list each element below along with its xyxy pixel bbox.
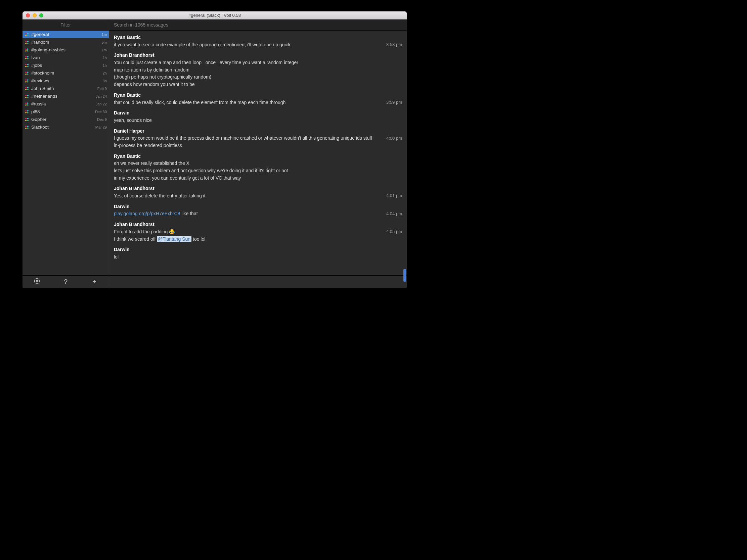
slack-icon [25,109,29,114]
search-input[interactable]: Search in 1065 messages [109,20,407,30]
message-author: Ryan Bastic [114,34,402,41]
slack-icon [25,117,29,122]
svg-point-0 [36,280,38,282]
toolbar: Filter Search in 1065 messages [23,20,407,31]
filter-input[interactable]: Filter [23,20,109,30]
gear-icon [34,278,40,284]
channel-row[interactable]: #golang-newbies1m [23,46,109,54]
slack-icon [25,63,29,68]
message-group: Daniel Harper4:00 pmI guess my concern w… [114,128,402,150]
channel-name: #general [31,32,102,37]
message-group: Johan BrandhorstYou could just create a … [114,52,402,88]
message-timestamp: 4:05 pm [386,228,402,235]
message-text: I think we scared off [114,236,157,242]
message-group: Johan Brandhorst4:05 pmForgot to add the… [114,221,402,243]
message-line: let's just solve this problem and not qu… [114,167,402,175]
message-author: Darwin [114,246,402,254]
message-list[interactable]: Ryan Bastic3:58 pmif you want to see a c… [109,31,407,275]
channel-time: Mar 29 [95,125,107,129]
channel-name: #jobs [31,63,103,68]
channel-time: 1m [102,48,107,52]
channel-time: Jan 24 [96,94,107,98]
message-group: Darwinyeah, sounds nice [114,109,402,124]
message-line: eh we never really established the X [114,160,402,167]
channel-row[interactable]: SlackbotMar 29 [23,123,109,131]
channel-name: #stockholm [31,71,103,76]
slack-icon [25,102,29,106]
channel-name: Slackbot [31,125,95,130]
channel-row[interactable]: GopherDec 9 [23,115,109,123]
slack-icon [25,48,29,52]
channel-time: Jan 22 [96,102,107,106]
channel-time: 3h [103,79,107,83]
channel-name: #russia [31,101,96,106]
channel-time: 1h [103,63,107,68]
channel-row[interactable]: Ivan1h [23,54,109,61]
app-window: #general (Slack) | Volt 0.58 Filter Sear… [23,11,407,288]
message-line: I guess my concern would be if the proce… [114,135,402,149]
message-line: yeah, sounds nice [114,117,402,124]
message-author: Johan Brandhorst [114,185,402,192]
channel-time: Feb 9 [97,87,107,91]
slack-icon [25,55,29,60]
channel-name: #golang-newbies [31,47,102,52]
channel-time: 5m [102,40,107,44]
message-author: Ryan Bastic [114,153,402,160]
slack-icon [25,79,29,83]
message-line: that could be really slick, could delete… [114,99,402,106]
body: #general1m#random5m#golang-newbies1mIvan… [23,31,407,288]
channel-row[interactable]: #netherlandsJan 24 [23,92,109,100]
channel-time: 2h [103,71,107,75]
message-author: Ryan Bastic [114,92,402,99]
channel-name: pl88 [31,109,95,114]
channel-name: #netherlands [31,94,96,99]
settings-button[interactable] [23,278,51,286]
channel-row[interactable]: #stockholm2h [23,69,109,77]
channel-row[interactable]: #jobs1h [23,61,109,69]
slack-icon [25,32,29,37]
message-author: Johan Brandhorst [114,221,402,228]
message-group: Ryan Bastic3:59 pmthat could be really s… [114,92,402,106]
channel-row[interactable]: John SmithFeb 9 [23,85,109,92]
channel-name: John Smith [31,86,97,91]
sidebar-footer: ? + [23,275,109,288]
compose-button[interactable]: + [80,278,109,286]
channel-row[interactable]: pl88Dec 30 [23,108,109,115]
message-group: Darwin4:04 pmplay.golang.org/p/pxH7eExbr… [114,203,402,218]
channel-name: #reviews [31,78,103,83]
channel-name: Ivan [31,55,103,60]
message-line: Forgot to add the padding 😂 [114,228,402,236]
channel-time: 1h [103,56,107,60]
channel-row[interactable]: #general1m [23,31,109,38]
scrollbar-thumb[interactable] [404,269,406,282]
message-link[interactable]: play.golang.org/p/pxH7eExbrC8 [114,211,180,216]
channel-time: Dec 9 [97,117,107,122]
message-text: like that [180,211,198,216]
channel-row[interactable]: #random5m [23,38,109,46]
message-line: lol [114,254,402,261]
slack-icon [25,94,29,99]
channel-time: 1m [102,32,107,36]
channel-name: #random [31,39,102,45]
titlebar[interactable]: #general (Slack) | Volt 0.58 [23,11,407,20]
message-timestamp: 4:01 pm [386,192,402,199]
message-line: map iteration is by definition random [114,66,402,74]
sidebar: #general1m#random5m#golang-newbies1mIvan… [23,31,109,288]
message-timestamp: 3:58 pm [386,41,402,48]
message-author: Daniel Harper [114,128,402,135]
slack-icon [25,40,29,45]
slack-icon [25,86,29,91]
help-button[interactable]: ? [51,278,80,286]
message-author: Johan Brandhorst [114,52,402,59]
slack-icon [25,71,29,76]
channel-row[interactable]: #russiaJan 22 [23,100,109,108]
channel-list[interactable]: #general1m#random5m#golang-newbies1mIvan… [23,31,109,275]
message-line: I think we scared off @Tiantang Sun too … [114,236,402,243]
main-panel: Ryan Bastic3:58 pmif you want to see a c… [109,31,407,288]
message-line: Yes, of course delete the entry after ta… [114,192,402,200]
message-line: (though perhaps not cryptographically ra… [114,74,402,81]
message-line: You could just create a map and then loo… [114,59,402,66]
mention[interactable]: @Tiantang Sun [157,236,191,242]
channel-row[interactable]: #reviews3h [23,77,109,85]
message-input-area[interactable] [109,275,407,288]
